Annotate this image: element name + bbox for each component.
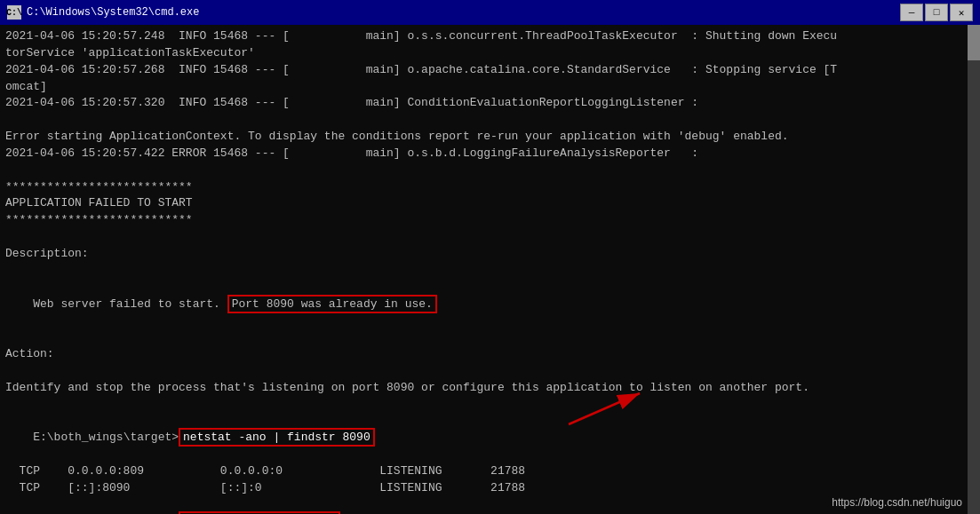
terminal-line: 2021-04-06 15:20:57.422 ERROR 15468 --- … <box>5 146 975 162</box>
watermark: https://blog.csdn.net/huiguo <box>832 496 962 509</box>
close-button[interactable]: ✕ <box>950 4 973 21</box>
terminal-line <box>5 263 975 280</box>
terminal-line: torService 'applicationTaskExecutor' <box>5 45 975 62</box>
terminal-line: Identify and stop the process that's lis… <box>5 380 975 397</box>
terminal-line <box>5 229 975 246</box>
terminal-line <box>5 397 975 414</box>
terminal-line <box>5 363 975 380</box>
titlebar: C:\ C:\Windows\System32\cmd.exe — □ ✕ <box>0 0 980 25</box>
terminal-line-tcp2: TCP [::]:8090 [::]:0 LISTENING 21788 <box>5 480 975 497</box>
terminal-line: 2021-04-06 15:20:57.320 INFO 15468 --- [… <box>5 95 975 112</box>
scrollbar[interactable] <box>968 25 980 514</box>
scrollbar-thumb[interactable] <box>968 25 980 60</box>
terminal-line: APPLICATION FAILED TO START <box>5 195 975 212</box>
port-error-highlight: Port 8090 was already in use. <box>227 295 437 313</box>
minimize-button[interactable]: — <box>900 4 923 21</box>
titlebar-title: C:\Windows\System32\cmd.exe <box>27 6 199 19</box>
terminal-line: Error starting ApplicationContext. To di… <box>5 129 975 146</box>
titlebar-left: C:\ C:\Windows\System32\cmd.exe <box>7 5 199 20</box>
terminal: 2021-04-06 15:20:57.248 INFO 15468 --- [… <box>0 25 980 514</box>
terminal-line: *************************** <box>5 212 975 229</box>
terminal-line <box>5 329 975 346</box>
titlebar-controls[interactable]: — □ ✕ <box>900 4 973 21</box>
terminal-line-netstat: E:\both_wings\target>netstat -ano | find… <box>5 413 975 463</box>
terminal-line: 2021-04-06 15:20:57.268 INFO 15468 --- [… <box>5 62 975 79</box>
terminal-line: Action: <box>5 346 975 363</box>
restore-button[interactable]: □ <box>925 4 948 21</box>
terminal-line <box>5 162 975 179</box>
terminal-line: omcat] <box>5 79 975 96</box>
cmd-icon: C:\ <box>7 5 21 20</box>
terminal-line: *************************** <box>5 179 975 196</box>
terminal-line: Description: <box>5 246 975 263</box>
terminal-line: 2021-04-06 15:20:57.248 INFO 15468 --- [… <box>5 28 975 45</box>
terminal-line <box>5 112 975 129</box>
terminal-line-port-error: Web server failed to start. Port 8090 wa… <box>5 280 975 330</box>
terminal-line-tcp1: TCP 0.0.0.0:809 0.0.0.0:0 LISTENING 2178… <box>5 463 975 480</box>
netstat-command-highlight: netstat -ano | findstr 8090 <box>179 428 375 447</box>
terminal-line-taskkill: E:\both_wings\target>taskkill /f /pid 21… <box>5 497 975 514</box>
